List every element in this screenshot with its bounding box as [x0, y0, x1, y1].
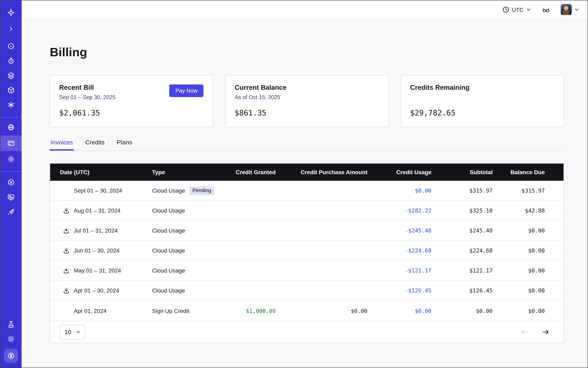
table-header: Date (UTC) Type Credit Granted Credit Pu…	[50, 164, 563, 181]
credit-usage-value: $0.00	[377, 181, 441, 200]
gear-icon[interactable]	[0, 152, 22, 166]
column-header-date: Date (UTC)	[50, 164, 142, 181]
clock-icon	[502, 6, 509, 13]
subtotal-value: $0.00	[441, 301, 502, 321]
sidebar	[0, 0, 22, 368]
cube-icon[interactable]	[0, 83, 22, 98]
pagination	[520, 328, 550, 336]
app-window: UTC	[0, 0, 588, 368]
column-header-type: Type	[142, 164, 221, 181]
card-amount: $2,061.35	[59, 109, 204, 117]
globe-icon[interactable]	[0, 120, 22, 135]
invoice-type: Sign Up Credit	[152, 307, 189, 314]
credit-granted-value	[221, 241, 285, 260]
chevron-right-icon[interactable]	[0, 22, 22, 36]
credit-purchase-value	[285, 201, 377, 220]
billing-page: Billing Recent Bill Pay Now Sep 01 – Sep…	[22, 19, 588, 368]
credit-usage-value: -$126.45	[377, 281, 441, 300]
balance-due-value: $0.00	[502, 301, 563, 321]
page-title: Billing	[50, 45, 564, 59]
invoice-type-cell: Cloud Usage	[142, 201, 221, 220]
asterisk-icon[interactable]	[0, 98, 22, 112]
target-icon[interactable]	[0, 39, 22, 54]
credit-purchase-value	[285, 281, 377, 300]
credit-usage-value: -$121.17	[377, 261, 441, 280]
download-invoice-icon[interactable]	[62, 287, 70, 294]
layers-icon[interactable]	[0, 68, 22, 83]
pinwheel-logo-icon[interactable]	[0, 5, 22, 20]
credit-granted-value: $1,000.00	[221, 301, 285, 321]
status-badge: Pending	[189, 186, 215, 195]
invoice-type-cell: Cloud Usage	[142, 281, 221, 300]
rocket-icon[interactable]	[0, 204, 22, 219]
invoice-type-cell: Cloud Usage	[142, 221, 221, 240]
timezone-selector[interactable]: UTC	[502, 6, 531, 13]
invoice-rows: Sept 01 – 30, 2024 Cloud Usage Pending $…	[50, 181, 563, 321]
invoice-date-cell: Jul 01 – 31, 2024	[50, 221, 142, 240]
invoice-date: Apr 01, 2024	[74, 307, 106, 314]
invoice-date-cell: May 01 – 31, 2024	[50, 261, 142, 280]
credit-purchase-value	[285, 261, 377, 280]
current-balance-card: Current Balance As of Oct 15, 2025 $861.…	[225, 75, 389, 127]
invoice-date-cell: Apr 01, 2024	[50, 301, 142, 321]
card-amount: $861.35	[235, 109, 379, 117]
summary-cards: Recent Bill Pay Now Sep 01 – Sep 30, 202…	[50, 75, 564, 127]
invoices-table: Date (UTC) Type Credit Granted Credit Pu…	[50, 163, 564, 343]
tab-credits[interactable]: Credits	[84, 139, 105, 151]
previous-page-icon[interactable]	[520, 328, 528, 336]
card-title: Current Balance	[235, 84, 379, 91]
circle-x-icon[interactable]	[0, 175, 22, 190]
card-subtitle: As of Oct 15, 2025	[235, 94, 379, 101]
column-header-credit-usage: Credit Usage	[377, 164, 441, 181]
account-menu[interactable]	[561, 4, 579, 15]
credit-usage-value: -$282.22	[377, 201, 441, 220]
balance-due-value: $315.97	[502, 181, 563, 200]
credit-granted-value	[221, 281, 285, 300]
download-invoice-icon[interactable]	[62, 247, 70, 254]
subtotal-value: $224.68	[441, 241, 502, 260]
column-header-credit-granted: Credit Granted	[221, 164, 285, 181]
card-amount: $29,782.65	[410, 109, 555, 117]
page-size-select[interactable]: 10	[60, 324, 85, 339]
table-row: Apr 01 – 30, 2024 Cloud Usage -$126.45 $…	[50, 281, 563, 301]
invoice-date: May 01 – 31, 2024	[74, 267, 121, 274]
column-header-balance-due: Balance Due	[502, 164, 563, 181]
stopwatch-icon[interactable]	[0, 54, 22, 68]
download-invoice-icon[interactable]	[62, 227, 70, 234]
chevron-down-icon	[76, 330, 81, 334]
download-invoice-icon[interactable]	[62, 207, 70, 214]
table-row: Jun 01 – 30, 2024 Cloud Usage -$224.68 $…	[50, 241, 563, 261]
dollar-coin-icon[interactable]	[4, 349, 18, 363]
balance-due-value: $0.00	[502, 221, 563, 240]
card-title: Credits Remaining	[410, 84, 555, 91]
next-page-icon[interactable]	[542, 328, 550, 336]
chevron-down-icon	[574, 7, 579, 12]
tab-invoices[interactable]: Invoices	[50, 139, 74, 151]
credit-card-icon[interactable]	[0, 136, 22, 151]
invoice-date: Jul 01 – 31, 2024	[74, 227, 118, 234]
table-row: Aug 01 – 31, 2024 Cloud Usage -$282.22 $…	[50, 201, 563, 221]
subtotal-value: $126.45	[441, 281, 502, 300]
invoice-date-cell: Apr 01 – 30, 2024	[50, 281, 142, 300]
main-column: UTC	[22, 0, 588, 368]
monitor-icon[interactable]	[0, 190, 22, 204]
page-size-value: 10	[64, 328, 71, 335]
avatar	[561, 4, 572, 15]
download-invoice-icon[interactable]	[62, 267, 70, 274]
flask-icon[interactable]	[0, 317, 22, 332]
invoice-date: Apr 01 – 30, 2024	[74, 287, 119, 294]
table-row: Sept 01 – 30, 2024 Cloud Usage Pending $…	[50, 181, 563, 201]
invoice-type-cell: Sign Up Credit	[142, 301, 221, 321]
credit-granted-value	[221, 181, 285, 200]
tab-plans[interactable]: Plans	[116, 139, 133, 151]
credit-purchase-value	[285, 221, 377, 240]
credit-usage-value: $0.00	[377, 301, 441, 321]
sidebar-divider	[0, 171, 22, 172]
glasses-icon[interactable]	[542, 6, 550, 13]
sun-icon[interactable]	[0, 332, 22, 346]
sidebar-divider	[0, 117, 22, 118]
invoice-type: Cloud Usage	[152, 227, 185, 234]
column-header-credit-purchase: Credit Purchase Amount	[285, 164, 377, 181]
pay-now-button[interactable]: Pay Now	[169, 84, 204, 97]
table-row: Apr 01, 2024 Sign Up Credit $1,000.00 $0…	[50, 301, 563, 321]
